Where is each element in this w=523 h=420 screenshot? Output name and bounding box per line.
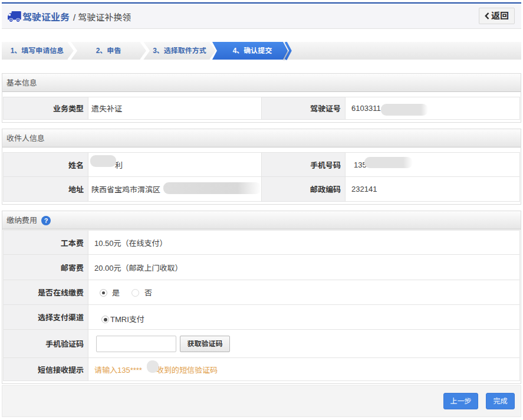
svg-text:?: ? bbox=[44, 217, 48, 224]
